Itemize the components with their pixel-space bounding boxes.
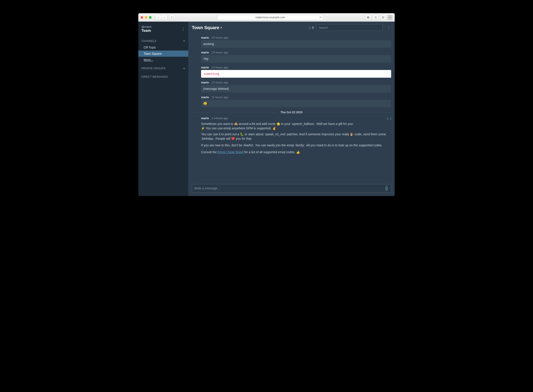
- url-bar[interactable]: mattermost.example.com ⟳: [217, 15, 323, 20]
- forward-button[interactable]: ›: [161, 15, 167, 20]
- message-post: marin 23 hours ago something: [192, 66, 391, 78]
- message-post: marin 23 hours ago Yay: [192, 51, 391, 62]
- post-time: 21 hours ago: [211, 96, 228, 99]
- add-channel-icon[interactable]: +: [183, 39, 185, 43]
- svg-rect-4: [382, 17, 384, 18]
- post-body: working: [201, 40, 391, 48]
- reload-icon[interactable]: ⟳: [319, 16, 322, 19]
- date-separator-text: Thu Oct 22 2015: [278, 111, 305, 114]
- maximize-window-button[interactable]: [149, 16, 152, 19]
- message-post: marin 23 hours ago working: [192, 36, 391, 48]
- nav-buttons: ‹ ›: [155, 15, 167, 20]
- direct-messages-heading: DIRECT MESSAGES: [141, 75, 168, 78]
- share-button[interactable]: [373, 15, 379, 20]
- channels-section: CHANNELS + Off-Topic Town Square More...: [138, 38, 188, 63]
- message-composer: 📎: [188, 182, 395, 196]
- new-tab-button[interactable]: +: [388, 15, 392, 20]
- date-separator: Thu Oct 22 2015: [192, 110, 391, 114]
- emoji-cheat-sheet-link[interactable]: Emoji Cheat Sheet: [218, 150, 243, 154]
- post-user: marin: [201, 51, 209, 54]
- post-user: marin: [201, 36, 209, 39]
- channel-title-text: Town Square: [192, 25, 219, 30]
- sidebar-menu-icon[interactable]: ⋮: [181, 27, 185, 32]
- direct-messages-section: DIRECT MESSAGES: [138, 74, 188, 80]
- text-span: Consult the: [201, 150, 218, 154]
- sidebar-header: @marin Team ⋮: [138, 23, 188, 36]
- channel-title[interactable]: Town Square ▾: [192, 25, 222, 30]
- text-span: for a list of all supported emoji codes.…: [243, 150, 300, 154]
- search-input[interactable]: [316, 24, 383, 31]
- post-time: 1 minute ago: [211, 117, 228, 120]
- message-post: marin 21 hours ago 😄: [192, 96, 391, 107]
- post-time: 23 hours ago: [211, 66, 228, 69]
- main-content: Town Square ▾ 1 ⋮ marin: [188, 22, 395, 196]
- svg-point-6: [313, 26, 314, 27]
- minimize-window-button[interactable]: [145, 16, 148, 19]
- channel-menu-icon[interactable]: ⋮: [385, 26, 391, 29]
- app-container: @marin Team ⋮ CHANNELS + Off-Topic Town …: [138, 22, 395, 196]
- member-count-number: 1: [309, 26, 311, 29]
- collapse-toggle[interactable]: [...]: [387, 117, 391, 120]
- attachment-icon[interactable]: 📎: [383, 185, 390, 191]
- post-user: marin: [201, 81, 209, 84]
- post-time: 23 hours ago: [211, 81, 228, 84]
- channels-heading: CHANNELS: [141, 40, 157, 43]
- composer-box[interactable]: 📎: [192, 184, 391, 192]
- browser-chrome: ‹ › mattermost.example.com ⟳ +: [138, 13, 395, 22]
- post-paragraph: You can use it to point out a 🐛 or warn …: [201, 132, 391, 141]
- member-count[interactable]: 1: [309, 26, 314, 29]
- browser-window: ‹ › mattermost.example.com ⟳ +: [138, 13, 395, 196]
- post-user: marin: [201, 96, 209, 99]
- post-paragraph: If you are new to this, don't be :fearfu…: [201, 143, 391, 147]
- chevron-down-icon: ▾: [220, 26, 222, 29]
- sidebar-item-more[interactable]: More...: [138, 57, 188, 63]
- message-post: marin 23 hours ago (message deleted): [192, 81, 391, 93]
- url-text: mattermost.example.com: [255, 16, 285, 19]
- message-list[interactable]: marin 23 hours ago working marin 23 hour…: [188, 34, 395, 182]
- post-body: 😄: [201, 100, 391, 107]
- code-block: something: [201, 70, 391, 78]
- post-time: 23 hours ago: [211, 51, 228, 54]
- post-body: Yay: [201, 55, 391, 62]
- post-body: (message deleted): [201, 85, 391, 93]
- post-paragraph: Sometimes you want to 🙈 around a bit and…: [201, 122, 391, 126]
- svg-rect-5: [382, 16, 384, 18]
- tabs-button[interactable]: [380, 15, 386, 20]
- sidebar-item-town-square[interactable]: Town Square: [138, 51, 188, 57]
- post-paragraph: ⚡ You can use emoji anywhere GFM is supp…: [201, 126, 391, 131]
- sidebar: @marin Team ⋮ CHANNELS + Off-Topic Town …: [138, 22, 188, 196]
- current-user: @marin: [141, 25, 152, 28]
- post-user: marin: [201, 66, 209, 69]
- post-paragraph: Consult the Emoji Cheat Sheet for a list…: [201, 150, 391, 154]
- post-time: 23 hours ago: [211, 36, 228, 39]
- private-groups-heading: PRIVATE GROUPS: [141, 67, 166, 70]
- post-user: marin: [201, 117, 209, 120]
- private-groups-section: PRIVATE GROUPS +: [138, 65, 188, 72]
- team-name: Team: [141, 28, 152, 33]
- post-body: Sometimes you want to 🙈 around a bit and…: [201, 121, 391, 154]
- toolbar-right: +: [365, 15, 392, 20]
- message-post: marin 1 minute ago [...] Sometimes you w…: [192, 117, 391, 154]
- traffic-lights: [141, 16, 152, 19]
- channel-header: Town Square ▾ 1 ⋮: [188, 22, 395, 34]
- downloads-button[interactable]: [365, 15, 371, 20]
- close-window-button[interactable]: [141, 16, 143, 19]
- back-button[interactable]: ‹: [155, 15, 161, 20]
- sidebar-toggle-button[interactable]: [169, 15, 176, 20]
- message-input[interactable]: [194, 187, 384, 190]
- add-group-icon[interactable]: +: [183, 66, 185, 70]
- person-icon: [312, 26, 314, 29]
- sidebar-item-off-topic[interactable]: Off-Topic: [138, 44, 188, 51]
- svg-rect-0: [171, 16, 174, 19]
